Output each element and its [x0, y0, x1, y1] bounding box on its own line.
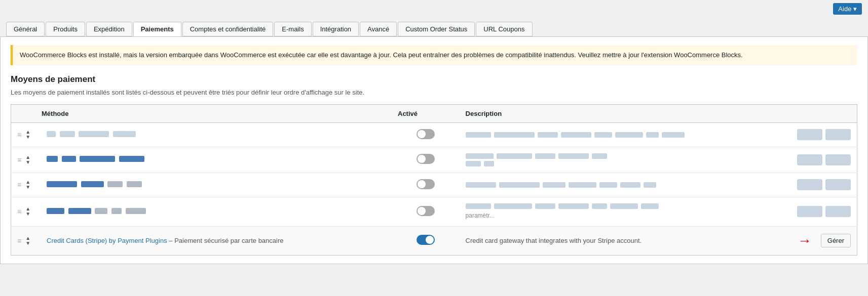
drag-controls: ≡ ▲ ▼: [17, 180, 43, 190]
action-cell: [756, 173, 857, 197]
toggle-cell: [392, 197, 460, 226]
drag-controls: ≡ ▲ ▼: [17, 236, 43, 246]
col-header-description: Description: [460, 104, 756, 122]
drag-handle-icon[interactable]: ≡: [17, 237, 21, 245]
table-row: ≡ ▲ ▼: [11, 197, 857, 226]
action-cell: → Gérer: [756, 226, 857, 255]
toggle-cell: [392, 147, 460, 173]
tab-emails[interactable]: E-mails: [274, 22, 311, 36]
aide-button[interactable]: Aide ▾: [833, 3, 862, 15]
tab-paiements[interactable]: Paiements: [133, 22, 181, 36]
toggle-switch[interactable]: [417, 154, 435, 164]
tab-integration[interactable]: Intégration: [313, 22, 359, 36]
section-description: Les moyens de paiement installés sont li…: [11, 89, 857, 96]
sort-arrows: ▲ ▼: [25, 155, 30, 165]
blurred-sub-text: paramètr...: [466, 212, 495, 219]
sort-arrows: ▲ ▼: [25, 206, 30, 217]
method-cell: ≡ ▲ ▼: [11, 147, 392, 173]
toggle-cell: [392, 173, 460, 197]
tab-produits[interactable]: Produits: [46, 22, 85, 36]
tabs-container: Général Produits Expédition Paiements Co…: [0, 18, 868, 37]
table-row: ≡ ▲ ▼: [11, 147, 857, 173]
drag-controls: ≡ ▲ ▼: [17, 206, 43, 217]
tab-comptes[interactable]: Comptes et confidentialité: [182, 22, 274, 36]
action-cell: [756, 147, 857, 173]
drag-controls: ≡ ▲ ▼: [17, 130, 43, 140]
sort-arrows: ▲ ▼: [25, 180, 30, 190]
drag-handle-icon[interactable]: ≡: [17, 156, 21, 164]
sort-down-icon[interactable]: ▼: [25, 135, 30, 140]
method-name-blurred: [47, 131, 136, 139]
top-bar: Aide ▾: [0, 0, 868, 18]
tab-expedition[interactable]: Expédition: [86, 22, 132, 36]
sort-up-icon[interactable]: ▲: [25, 155, 30, 160]
method-name-container: Credit Cards (Stripe) by Payment Plugins…: [47, 237, 284, 244]
drag-controls: ≡ ▲ ▼: [17, 155, 43, 165]
toggle-cell: [392, 122, 460, 147]
section-title: Moyens de paiement: [11, 74, 857, 84]
method-cell: ≡ ▲ ▼ Credit Cards (Stripe) by Payment P…: [11, 226, 392, 255]
tab-general[interactable]: Général: [6, 22, 45, 36]
sort-down-icon[interactable]: ▼: [25, 185, 30, 190]
method-subtitle: – Paiement sécurisé par carte bancaire: [169, 237, 283, 244]
desc-cell: [460, 122, 756, 147]
gerer-button[interactable]: Gérer: [821, 234, 851, 247]
desc-cell: Credit card gateway that integrates with…: [460, 226, 756, 255]
toggle-switch-active[interactable]: [417, 235, 435, 245]
method-cell: ≡ ▲ ▼: [11, 173, 392, 197]
payment-table: Méthode Activé Description ≡ ▲ ▼: [11, 104, 857, 256]
tab-url-coupons[interactable]: URL Coupons: [476, 22, 532, 36]
drag-handle-icon[interactable]: ≡: [17, 207, 21, 216]
drag-handle-icon[interactable]: ≡: [17, 181, 21, 189]
notice-text: WooCommerce Blocks est installé, mais la…: [20, 51, 743, 59]
table-row: ≡ ▲ ▼ Credit Cards (Stripe) by Payment P…: [11, 226, 857, 255]
method-cell: ≡ ▲ ▼: [11, 122, 392, 147]
toggle-switch[interactable]: [417, 129, 435, 139]
action-cell: [756, 197, 857, 226]
tab-avance[interactable]: Avancé: [360, 22, 397, 36]
main-content: WooCommerce Blocks est installé, mais la…: [0, 37, 868, 264]
toggle-switch[interactable]: [417, 179, 435, 189]
desc-cell: [460, 173, 756, 197]
tab-custom-order[interactable]: Custom Order Status: [398, 22, 475, 36]
desc-cell: [460, 147, 756, 173]
col-header-active: Activé: [392, 104, 460, 122]
method-name-blurred: [47, 181, 142, 189]
toggle-cell: [392, 226, 460, 255]
action-cell: [756, 122, 857, 147]
sort-arrows: ▲ ▼: [25, 236, 30, 246]
table-row: ≡ ▲ ▼: [11, 173, 857, 197]
drag-handle-icon[interactable]: ≡: [17, 131, 21, 139]
col-header-action: [756, 104, 857, 122]
method-name-blurred: [47, 208, 146, 216]
sort-down-icon[interactable]: ▼: [25, 241, 30, 246]
method-name-blurred: [47, 156, 144, 163]
toggle-switch[interactable]: [417, 206, 435, 216]
sort-up-icon[interactable]: ▲: [25, 236, 30, 241]
payment-description: Credit card gateway that integrates with…: [466, 237, 642, 244]
col-header-methode: Méthode: [11, 104, 392, 122]
sort-down-icon[interactable]: ▼: [25, 160, 30, 165]
desc-cell: paramètr...: [460, 197, 756, 226]
notice-warning: WooCommerce Blocks est installé, mais la…: [11, 45, 857, 65]
sort-arrows: ▲ ▼: [25, 130, 30, 140]
red-arrow-icon: →: [798, 233, 812, 249]
sort-down-icon[interactable]: ▼: [25, 212, 30, 217]
table-header-row: Méthode Activé Description: [11, 104, 857, 122]
table-row: ≡ ▲ ▼: [11, 122, 857, 147]
method-cell: ≡ ▲ ▼: [11, 197, 392, 226]
method-link[interactable]: Credit Cards (Stripe) by Payment Plugins: [47, 237, 167, 244]
